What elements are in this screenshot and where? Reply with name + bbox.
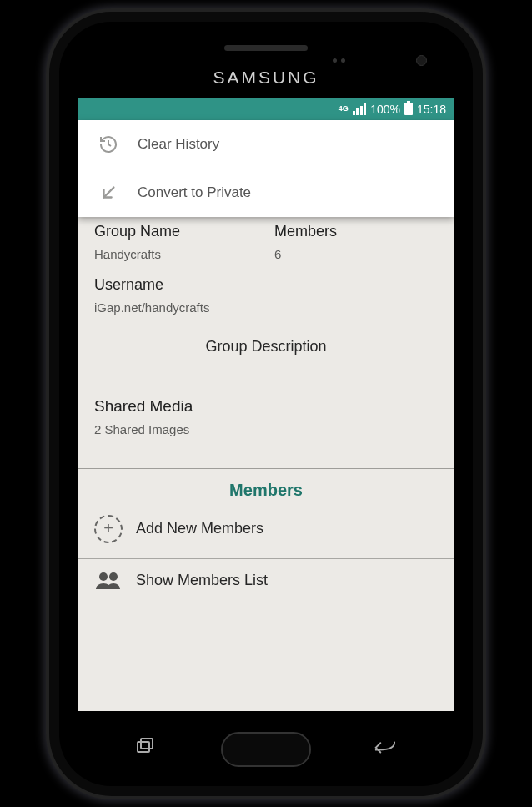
battery-percent: 100% [370, 103, 400, 116]
username-value: iGap.net/handycrafts [94, 300, 438, 315]
recent-apps-button[interactable] [136, 737, 156, 759]
group-name-label: Group Name [94, 223, 258, 240]
svg-point-1 [99, 572, 108, 581]
group-name-value: Handycrafts [94, 247, 258, 261]
plus-icon: + [94, 515, 123, 543]
status-bar: 4G 100% 15:18 [78, 98, 454, 120]
convert-private-label: Convert to Private [138, 184, 251, 201]
history-icon [98, 134, 119, 155]
svg-line-3 [104, 187, 114, 197]
home-button[interactable] [221, 732, 311, 767]
show-members-label: Show Members List [136, 572, 268, 589]
back-button[interactable] [373, 737, 396, 759]
shared-media-value[interactable]: 2 Shared Images [94, 422, 438, 436]
members-count-value: 6 [274, 247, 438, 261]
clear-history-label: Clear History [138, 136, 219, 153]
group-description-label[interactable]: Group Description [78, 330, 454, 397]
svg-rect-5 [141, 739, 153, 749]
username-label: Username [94, 276, 438, 294]
options-popup: Clear History Convert to Private [78, 120, 454, 217]
battery-icon [404, 103, 413, 115]
clear-history-item[interactable]: Clear History [78, 120, 454, 169]
signal-icon [353, 103, 367, 115]
convert-private-item[interactable]: Convert to Private [78, 169, 454, 217]
people-icon [94, 571, 123, 591]
members-section-title: Members [78, 469, 454, 512]
network-indicator: 4G [339, 105, 349, 113]
clock: 15:18 [417, 103, 446, 116]
svg-point-2 [109, 572, 118, 581]
show-members-row[interactable]: Show Members List [78, 558, 454, 603]
add-members-row[interactable]: + Add New Members [78, 512, 454, 558]
shared-media-label: Shared Media [94, 397, 438, 416]
front-camera [416, 55, 427, 66]
members-count-label: Members [274, 223, 438, 240]
add-members-label: Add New Members [136, 520, 263, 537]
svg-rect-4 [138, 742, 149, 752]
phone-speaker [224, 45, 308, 51]
arrow-down-left-icon [98, 182, 119, 204]
brand-logo: SAMSUNG [59, 68, 473, 88]
proximity-sensor [333, 58, 345, 63]
